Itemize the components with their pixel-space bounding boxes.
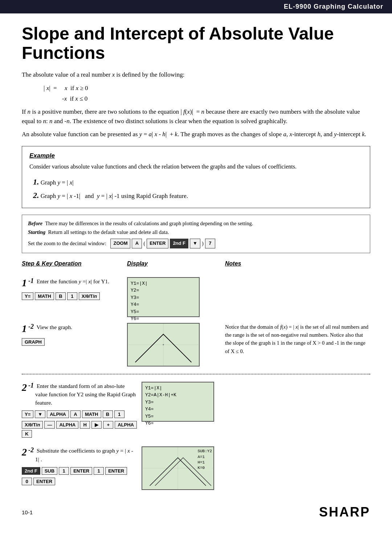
step-1-1-sub: -1 <box>28 277 34 285</box>
step-1-2-header: 1-2 View the graph. <box>22 323 123 335</box>
step-2-2-notes <box>225 446 370 490</box>
zoom-text: Set the zoom to the decimal window: <box>28 239 106 248</box>
step-1-1-desc: Enter the function y =| x| for Y1. <box>35 277 109 285</box>
2ndf-key-2: 2nd F <box>22 467 40 475</box>
h-key-2: H <box>80 421 90 429</box>
step-2-1-notes <box>225 382 370 441</box>
col-header-step: Step & Key Operation <box>22 260 123 267</box>
alpha-key-2c: ALPHA <box>115 421 137 429</box>
starting-text: Return all settings to the default value… <box>48 229 169 235</box>
b-key: B <box>56 292 66 300</box>
step-2-2-screen: SUB:Y2 A=1 H=1 K=0 <box>142 446 214 490</box>
step-2-1-num: 2 <box>22 382 27 393</box>
step-2-2-desc: Substitute the coefficients to graph y =… <box>35 446 138 463</box>
step-1-1-display: Y1=|X| Y2= Y3= Y4= Y5= Y6= <box>127 277 221 317</box>
step-1-1-num: 1 <box>22 277 27 289</box>
seven-key: 7 <box>205 239 215 248</box>
example-box: Example Consider various absolute value … <box>22 146 370 208</box>
y-eq-key-2: Y= <box>22 410 33 418</box>
graph-v-shape-svg <box>128 324 199 366</box>
enter-key-2c: ENTER <box>33 478 55 485</box>
step-2-1-screen: Y1=|X| Y2=A|X-H|+K Y3= Y4= Y5= Y6= <box>142 382 214 422</box>
sub-key-2: SUB <box>42 467 57 475</box>
plus-key-2: + <box>103 421 113 429</box>
footer: 10-1 SHARP <box>22 501 370 520</box>
step-1-1-operation: 1-1 Enter the function y =| x| for Y1. Y… <box>22 277 123 317</box>
step-1-1-keys: Y= MATH B 1 X/θ/T/n <box>22 292 123 300</box>
step-1-2-desc: View the graph. <box>35 323 72 331</box>
step-1-2-display <box>127 323 221 366</box>
example-step-1: 1. Graph y = | x| <box>33 175 363 189</box>
k-key-2: K <box>22 430 32 438</box>
step-2-2-sub: -2 <box>28 446 34 454</box>
page-number: 10-1 <box>22 509 33 515</box>
step-2-1-header: 2-1 Enter the standard form of an abso-l… <box>22 382 138 407</box>
sharp-logo: SHARP <box>319 505 370 520</box>
step-1-1-header: 1-1 Enter the function y =| x| for Y1. <box>22 277 123 289</box>
step-2-1-sub: -1 <box>28 382 34 389</box>
math-definition: | x| = x if x ≥ 0 -x if x ≤ 0 <box>44 83 370 104</box>
enter-key-2b: ENTER <box>105 467 127 475</box>
zero-key-2: 0 <box>22 478 32 485</box>
page-title: Slope and Intercept of Absolute Value Fu… <box>22 24 370 63</box>
step-1-1-screen: Y1=|X| Y2= Y3= Y4= Y5= Y6= <box>127 277 200 317</box>
minus-key-2: — <box>44 421 55 429</box>
step-1-1-notes <box>225 277 370 317</box>
step-1-2-num: 1 <box>22 323 27 335</box>
step-1-1-row: 1-1 Enter the function y =| x| for Y1. Y… <box>22 277 370 317</box>
before-line: Before There may be differences in the r… <box>28 219 364 228</box>
one-key-2a: 1 <box>59 467 69 475</box>
before-text: There may be differences in the results … <box>45 220 253 226</box>
xthetan-key: X/θ/T/n <box>79 292 100 300</box>
zoom-line: Set the zoom to the decimal window: ZOOM… <box>28 239 364 248</box>
step-2-2-keys-row1: 2nd F SUB 1 ENTER 1 ENTER <box>22 467 138 475</box>
example-step-2: 2. Graph y = | x -1| and y = | x| -1 usi… <box>33 189 363 202</box>
step-1-2-screen <box>127 323 200 366</box>
y-eq-key: Y= <box>22 292 33 300</box>
header-title: EL-9900 Graphing Calculator <box>284 3 383 10</box>
step-2-1-keys-row1: Y= ▼ ALPHA A MATH B 1 <box>22 410 138 418</box>
step-2-1-display: Y1=|X| Y2=A|X-H|+K Y3= Y4= Y5= Y6= <box>142 382 221 441</box>
xthetan-key-2: X/θ/T/n <box>22 421 43 429</box>
starting-line: Starting Return all settings to the defa… <box>28 228 364 236</box>
step-2-1-keys-row2: X/θ/T/n — ALPHA H ▶ + ALPHA K <box>22 421 138 438</box>
close-paren: ) <box>202 239 204 248</box>
alpha-key-2a: ALPHA <box>47 410 69 418</box>
column-headers: Step & Key Operation Display Notes <box>22 260 370 271</box>
before-label: Before <box>28 220 42 226</box>
step-2-2-row: 2-2 Substitute the coefficients to graph… <box>22 446 370 490</box>
step-2-2-display: SUB:Y2 A=1 H=1 K=0 <box>142 446 221 490</box>
one-key: 1 <box>67 292 77 300</box>
starting-label: Starting <box>28 229 45 235</box>
one-key-2b: 1 <box>94 467 104 475</box>
intro-text-1: The absolute value of a real number x is… <box>22 70 370 80</box>
step-2-1-desc: Enter the standard form of an abso-lute … <box>35 382 138 407</box>
math-key: MATH <box>35 292 54 300</box>
2ndf-key: 2nd F <box>170 239 188 248</box>
example-label: Example <box>29 152 55 159</box>
intro-text-3: An absolute value function can be presen… <box>22 130 370 139</box>
enter-key-1: ENTER <box>147 239 168 248</box>
zoom-key: ZOOM <box>110 239 130 248</box>
col-header-notes: Notes <box>225 260 370 267</box>
step-2-2-num: 2 <box>22 446 27 458</box>
dotted-separator <box>22 374 370 374</box>
step-1-2-keys: GRAPH <box>22 338 123 346</box>
step-1-2-operation: 1-2 View the graph. GRAPH <box>22 323 123 366</box>
right-key-2: ▶ <box>91 421 102 429</box>
example-description: Consider various absolute value function… <box>29 162 363 171</box>
alpha-key-2b: ALPHA <box>56 421 78 429</box>
graph-key: GRAPH <box>22 338 45 346</box>
header: EL-9900 Graphing Calculator <box>0 0 392 13</box>
col-header-display: Display <box>127 260 221 267</box>
intro-text-2: If n is a positive number, there are two… <box>22 107 370 126</box>
down-key-2: ▼ <box>35 410 45 418</box>
step-1-2-notes: Notice that the domain of f(x) = | x| is… <box>225 323 370 366</box>
step-2-1-operation: 2-1 Enter the standard form of an abso-l… <box>22 382 138 441</box>
a-key-2: A <box>70 410 81 418</box>
step-2-1-row: 2-1 Enter the standard form of an abso-l… <box>22 382 370 441</box>
down-arrow-key: ▼ <box>190 239 200 248</box>
step-2-2-header: 2-2 Substitute the coefficients to graph… <box>22 446 138 463</box>
enter-key-2a: ENTER <box>70 467 92 475</box>
step-1-2-sub: -2 <box>28 323 34 331</box>
